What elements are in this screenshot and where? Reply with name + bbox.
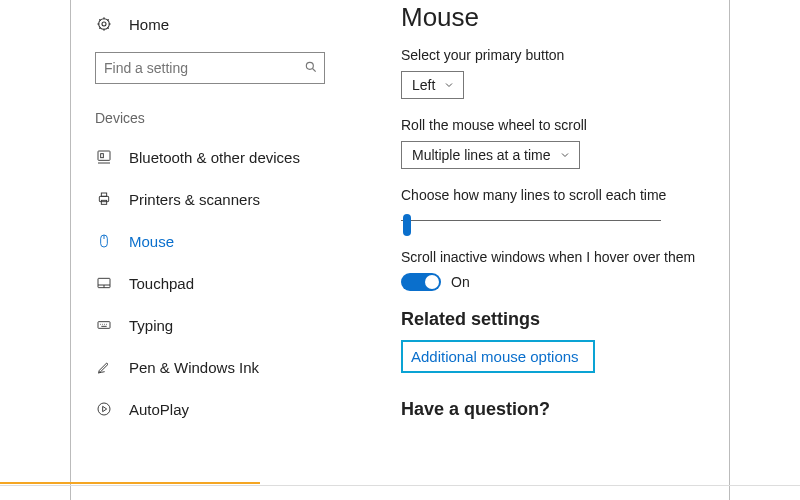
devices-group-title: Devices (95, 110, 337, 126)
slider-track (401, 220, 661, 221)
svg-rect-5 (99, 196, 108, 201)
bluetooth-icon (95, 149, 113, 165)
pen-icon (95, 359, 113, 375)
roll-wheel-label: Roll the mouse wheel to scroll (401, 117, 717, 133)
sidebar-item-label: Pen & Windows Ink (129, 359, 259, 376)
sidebar-item-pen[interactable]: Pen & Windows Ink (95, 346, 337, 388)
page-title: Mouse (401, 2, 717, 33)
additional-mouse-options-link[interactable]: Additional mouse options (401, 340, 595, 373)
inactive-scroll-state: On (451, 274, 470, 290)
svg-point-1 (102, 22, 106, 26)
sidebar-item-printers[interactable]: Printers & scanners (95, 178, 337, 220)
chevron-down-icon (559, 149, 571, 161)
sidebar-item-touchpad[interactable]: Touchpad (95, 262, 337, 304)
svg-rect-3 (98, 151, 110, 160)
bottom-separator (0, 485, 800, 486)
keyboard-icon (95, 317, 113, 333)
printer-icon (95, 191, 113, 207)
svg-rect-6 (101, 193, 106, 196)
orange-accent-bar (0, 482, 260, 484)
home-label: Home (129, 16, 169, 33)
touchpad-icon (95, 275, 113, 291)
sidebar-item-typing[interactable]: Typing (95, 304, 337, 346)
sidebar-item-autoplay[interactable]: AutoPlay (95, 388, 337, 430)
inactive-scroll-label: Scroll inactive windows when I hover ove… (401, 249, 717, 265)
svg-point-11 (98, 403, 110, 415)
home-icon (95, 16, 113, 32)
sidebar-item-bluetooth[interactable]: Bluetooth & other devices (95, 136, 337, 178)
sidebar-item-mouse[interactable]: Mouse (95, 220, 337, 262)
sidebar-item-label: Printers & scanners (129, 191, 260, 208)
primary-button-label: Select your primary button (401, 47, 717, 63)
lines-scroll-label: Choose how many lines to scroll each tim… (401, 187, 717, 203)
svg-rect-4 (101, 154, 104, 158)
svg-point-2 (306, 62, 313, 69)
sidebar-item-label: Typing (129, 317, 173, 334)
sidebar-item-label: AutoPlay (129, 401, 189, 418)
sidebar-item-label: Mouse (129, 233, 174, 250)
search-input[interactable] (104, 60, 304, 76)
roll-wheel-select[interactable]: Multiple lines at a time (401, 141, 580, 169)
autoplay-icon (95, 401, 113, 417)
search-icon (304, 60, 318, 77)
svg-rect-7 (101, 200, 106, 204)
related-settings-title: Related settings (401, 309, 717, 330)
slider-thumb[interactable] (403, 214, 411, 236)
mouse-icon (95, 233, 113, 249)
inactive-scroll-toggle[interactable] (401, 273, 441, 291)
roll-wheel-value: Multiple lines at a time (412, 147, 551, 163)
svg-rect-10 (98, 322, 110, 329)
nav-list: Bluetooth & other devices Printers & sca… (95, 136, 337, 430)
primary-button-select[interactable]: Left (401, 71, 464, 99)
search-input-wrap[interactable] (95, 52, 325, 84)
sidebar-item-label: Touchpad (129, 275, 194, 292)
primary-button-value: Left (412, 77, 435, 93)
home-nav[interactable]: Home (95, 8, 337, 40)
chevron-down-icon (443, 79, 455, 91)
sidebar-item-label: Bluetooth & other devices (129, 149, 300, 166)
lines-scroll-slider[interactable] (401, 211, 661, 231)
have-a-question-title: Have a question? (401, 399, 717, 420)
